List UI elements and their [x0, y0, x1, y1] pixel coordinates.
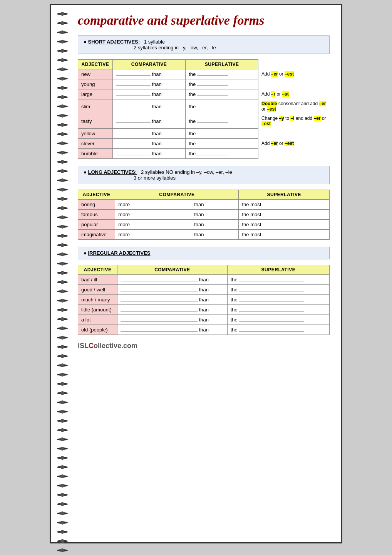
spiral-ring — [57, 253, 68, 256]
comp-cell: than — [112, 148, 185, 158]
spiral-ring — [57, 13, 68, 15]
adj-cell: tasty — [78, 114, 113, 128]
table-row: imaginative more than the most — [78, 229, 330, 239]
spiral-ring — [57, 272, 68, 274]
spiral-ring — [57, 475, 68, 478]
super-cell: the — [227, 284, 329, 294]
spiral-ring — [57, 410, 68, 413]
super-cell: the — [186, 148, 258, 158]
spiral-ring — [57, 225, 68, 228]
spiral-ring — [57, 216, 68, 219]
adj-cell: large — [78, 89, 113, 99]
note-cell: Change –y to –i and add –er or –est — [258, 114, 330, 128]
spiral-ring — [57, 142, 68, 145]
spiral-ring — [57, 161, 68, 163]
note-cell — [258, 128, 330, 138]
comp-cell: than — [117, 284, 228, 294]
comp-cell: more than — [115, 209, 239, 219]
page-title: comparative and superlative forms — [78, 13, 330, 29]
table-row: a lot than the — [78, 314, 330, 325]
super-cell: the — [227, 325, 329, 335]
watermark: iSLCollective.com — [78, 342, 330, 350]
th-comparative: COMPARATIVE — [117, 265, 228, 274]
th-adjective: ADJECTIVE — [78, 190, 115, 199]
spiral-ring — [57, 318, 68, 320]
adj-cell: popular — [78, 219, 115, 229]
adj-cell: famous — [78, 209, 115, 219]
spiral-ring — [57, 512, 68, 515]
table-row: humble than the — [78, 148, 330, 158]
spiral-ring — [57, 262, 68, 265]
spiral-ring — [57, 207, 68, 209]
comp-cell: than — [117, 304, 228, 314]
table-row: tasty than the Change –y to –i and add –… — [78, 114, 330, 128]
spiral-ring — [57, 96, 68, 98]
table-row: large than the Add –r or –st — [78, 89, 330, 99]
spiral-ring — [57, 281, 68, 283]
adj-cell: boring — [78, 199, 115, 209]
th-comparative: COMPARATIVE — [115, 190, 239, 199]
super-cell: the — [186, 89, 258, 99]
table-row: little (amount) than the — [78, 304, 330, 314]
spiral-binding — [51, 5, 74, 542]
table-row: famous more than the most — [78, 209, 330, 219]
comp-cell: than — [117, 294, 228, 304]
spiral-ring — [57, 22, 68, 24]
super-cell: the — [186, 69, 258, 79]
spiral-ring — [57, 503, 68, 505]
th-comparative: COMPARATIVE — [112, 59, 185, 69]
table-row: yellow than the — [78, 128, 330, 138]
super-cell: the — [227, 274, 329, 284]
th-superlative: SUPERLATIVE — [227, 265, 329, 274]
note-cell: Add –r or –st — [258, 89, 330, 99]
super-cell: the — [186, 114, 258, 128]
short-adj-info: ● SHORT ADJECTIVES: 1 syllable 2 syllabl… — [78, 35, 330, 54]
adj-cell: much / many — [78, 294, 117, 304]
table-row: clever than the Add –er or –est — [78, 138, 330, 148]
th-adjective: ADJECTIVE — [78, 265, 117, 274]
spiral-ring — [57, 392, 68, 394]
spiral-ring — [57, 309, 68, 311]
spiral-ring — [57, 355, 68, 357]
comp-cell: than — [112, 69, 185, 79]
table-row: slim than the Double consonant and add –… — [78, 99, 330, 114]
spiral-ring — [57, 105, 68, 108]
irr-adj-table: ADJECTIVE COMPARATIVE SUPERLATIVE bad / … — [78, 265, 330, 335]
super-cell: the most — [239, 229, 330, 239]
table-row: popular more than the most — [78, 219, 330, 229]
th-superlative: SUPERLATIVE — [239, 190, 330, 199]
super-cell: the — [227, 314, 329, 325]
comp-cell: than — [112, 114, 185, 128]
table-row: boring more than the most — [78, 199, 330, 209]
comp-cell: than — [112, 99, 185, 114]
spiral-ring — [57, 336, 68, 339]
comp-cell: than — [112, 128, 185, 138]
comp-cell: than — [117, 274, 228, 284]
spiral-ring — [57, 198, 68, 200]
super-cell: the — [186, 99, 258, 114]
spiral-ring — [57, 114, 68, 117]
adj-cell: little (amount) — [78, 304, 117, 314]
comp-cell: than — [117, 325, 228, 335]
spiral-ring — [57, 50, 68, 52]
super-cell: the — [227, 304, 329, 314]
adj-cell: bad / ill — [78, 274, 117, 284]
spiral-ring — [57, 77, 68, 80]
spiral-ring — [57, 346, 68, 348]
spiral-ring — [57, 447, 68, 450]
spiral-ring — [57, 170, 68, 172]
table-row: bad / ill than the — [78, 274, 330, 284]
adj-cell: old (people) — [78, 325, 117, 335]
spiral-ring — [57, 429, 68, 431]
spiral-ring — [57, 401, 68, 404]
spiral-ring — [57, 151, 68, 154]
th-superlative: SUPERLATIVE — [186, 59, 258, 69]
comp-cell: more than — [115, 229, 239, 239]
table-row: young than the — [78, 79, 330, 89]
spiral-ring — [57, 133, 68, 135]
super-cell: the most — [239, 219, 330, 229]
table-row: old (people) than the — [78, 325, 330, 335]
adj-cell: young — [78, 79, 113, 89]
spiral-ring — [57, 327, 68, 330]
spiral-ring — [57, 235, 68, 237]
